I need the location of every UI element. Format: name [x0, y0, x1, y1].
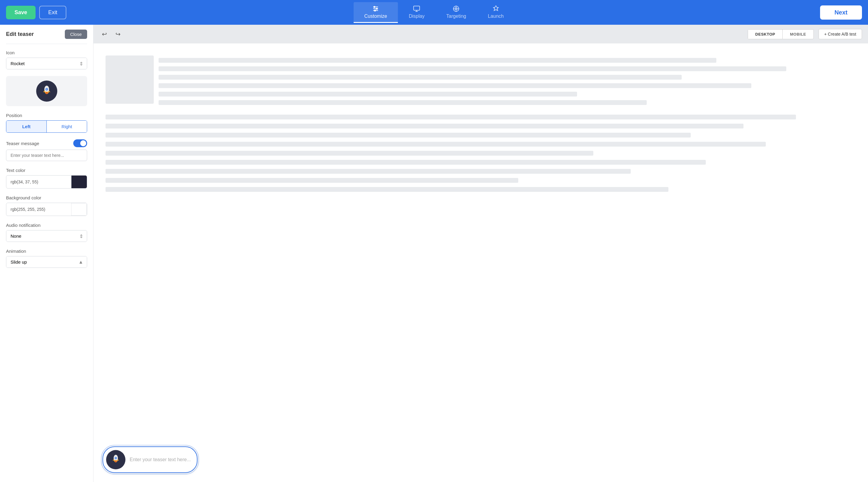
svg-rect-6: [414, 6, 420, 10]
skeleton-line: [159, 66, 786, 71]
tab-targeting[interactable]: Targeting: [435, 2, 477, 23]
skeleton-body: [105, 115, 856, 192]
preview-toolbar: ↩ ↪ DESKTOP MOBILE + Create A/B test: [93, 25, 868, 43]
launch-icon: [492, 5, 499, 12]
teaser-message-row: Teaser message: [6, 139, 87, 147]
icon-preview: [6, 76, 87, 106]
tab-launch[interactable]: Launch: [477, 2, 515, 23]
skeleton-line: [159, 75, 682, 80]
tab-display[interactable]: Display: [398, 2, 435, 23]
sidebar: Edit teaser Close Icon Rocket Star Bell …: [0, 25, 93, 482]
top-nav: Save Exit Customize Display: [0, 0, 868, 25]
teaser-message-section: Teaser message: [6, 139, 87, 161]
skeleton-line: [105, 133, 691, 138]
position-left-button[interactable]: Left: [6, 121, 46, 132]
skeleton-line: [105, 115, 796, 119]
tab-customize-label: Customize: [364, 13, 387, 19]
animation-select-wrapper: Slide up Fade Bounce ▲: [6, 256, 87, 268]
text-color-swatch[interactable]: [71, 176, 87, 188]
nav-tabs: Customize Display Targeting Launch: [353, 2, 514, 23]
preview-content: Enter your teaser text here...: [93, 43, 868, 482]
teaser-rocket-icon: [106, 450, 125, 469]
position-label: Position: [6, 113, 87, 118]
desktop-view-button[interactable]: DESKTOP: [748, 30, 782, 39]
audio-notification-section: Audio notification None Bell Chime ⇕: [6, 222, 87, 242]
teaser-message-text: Enter your teaser text here...: [130, 457, 191, 462]
background-color-section: Background color: [6, 195, 87, 216]
svg-point-21: [115, 457, 117, 459]
background-color-row: [6, 203, 87, 216]
teaser-message-label: Teaser message: [6, 141, 39, 146]
skeleton-line: [105, 178, 518, 183]
svg-point-5: [374, 10, 376, 11]
next-button[interactable]: Next: [820, 5, 862, 20]
skeleton-line: [159, 83, 751, 88]
nav-right: Next: [820, 5, 862, 20]
view-toggles: DESKTOP MOBILE: [748, 29, 814, 39]
skeleton-line: [105, 160, 706, 165]
skeleton-line: [105, 124, 743, 128]
rocket-icon-preview: [36, 81, 57, 102]
tab-targeting-label: Targeting: [446, 13, 466, 19]
teaser-rocket-svg: [110, 454, 121, 465]
skeleton-top-row: [105, 56, 856, 109]
skeleton-line: [105, 142, 766, 147]
skeleton-line: [159, 92, 577, 96]
tab-launch-label: Launch: [488, 13, 504, 19]
nav-left: Save Exit: [6, 6, 66, 19]
redo-button[interactable]: ↪: [113, 29, 123, 39]
audio-select[interactable]: None Bell Chime: [6, 231, 87, 242]
save-button[interactable]: Save: [6, 6, 36, 19]
text-color-label: Text color: [6, 168, 87, 173]
svg-point-18: [46, 89, 47, 90]
skeleton-line: [159, 58, 716, 63]
svg-point-3: [374, 6, 375, 7]
icon-section: Icon Rocket Star Bell Heart ⇕: [6, 50, 87, 69]
icon-select[interactable]: Rocket Star Bell Heart: [6, 58, 87, 69]
text-color-section: Text color: [6, 168, 87, 188]
mobile-view-button[interactable]: MOBILE: [783, 30, 813, 39]
display-icon: [413, 5, 420, 12]
position-toggle: Left Right: [6, 120, 87, 133]
sidebar-header: Edit teaser Close: [6, 25, 87, 44]
animation-select[interactable]: Slide up Fade Bounce: [6, 257, 87, 268]
animation-label: Animation: [6, 248, 87, 254]
teaser-widget[interactable]: Enter your teaser text here...: [102, 446, 197, 473]
exit-button[interactable]: Exit: [39, 6, 66, 19]
background-color-input[interactable]: [6, 204, 71, 215]
audio-notification-label: Audio notification: [6, 222, 87, 228]
main-layout: Edit teaser Close Icon Rocket Star Bell …: [0, 25, 868, 482]
customize-icon: [372, 5, 379, 12]
skeleton-line: [105, 187, 669, 192]
teaser-toggle[interactable]: [73, 139, 87, 147]
undo-button[interactable]: ↩: [99, 29, 110, 39]
text-color-row: [6, 175, 87, 188]
position-section: Position Left Right: [6, 113, 87, 133]
rocket-svg: [41, 85, 53, 97]
tab-customize[interactable]: Customize: [353, 2, 398, 23]
skeleton-lines: [159, 56, 856, 109]
sidebar-title: Edit teaser: [6, 31, 34, 37]
background-color-label: Background color: [6, 195, 87, 200]
targeting-icon: [453, 5, 460, 12]
close-button[interactable]: Close: [65, 30, 87, 39]
audio-select-wrapper: None Bell Chime ⇕: [6, 230, 87, 242]
svg-point-4: [376, 8, 377, 9]
text-color-input[interactable]: [6, 176, 71, 187]
svg-point-11: [456, 8, 457, 9]
skeleton-line: [105, 151, 593, 156]
animation-section: Animation Slide up Fade Bounce ▲: [6, 248, 87, 268]
tab-display-label: Display: [409, 13, 425, 19]
background-color-swatch[interactable]: [71, 203, 87, 216]
teaser-text-input[interactable]: [6, 150, 87, 161]
skeleton-image: [105, 56, 154, 104]
icon-label: Icon: [6, 50, 87, 55]
preview-area: ↩ ↪ DESKTOP MOBILE + Create A/B test: [93, 25, 868, 482]
skeleton-line: [105, 169, 631, 174]
skeleton-line: [159, 100, 647, 105]
position-right-button[interactable]: Right: [47, 121, 87, 132]
icon-select-wrapper: Rocket Star Bell Heart ⇕: [6, 58, 87, 69]
ab-test-button[interactable]: + Create A/B test: [818, 29, 862, 39]
